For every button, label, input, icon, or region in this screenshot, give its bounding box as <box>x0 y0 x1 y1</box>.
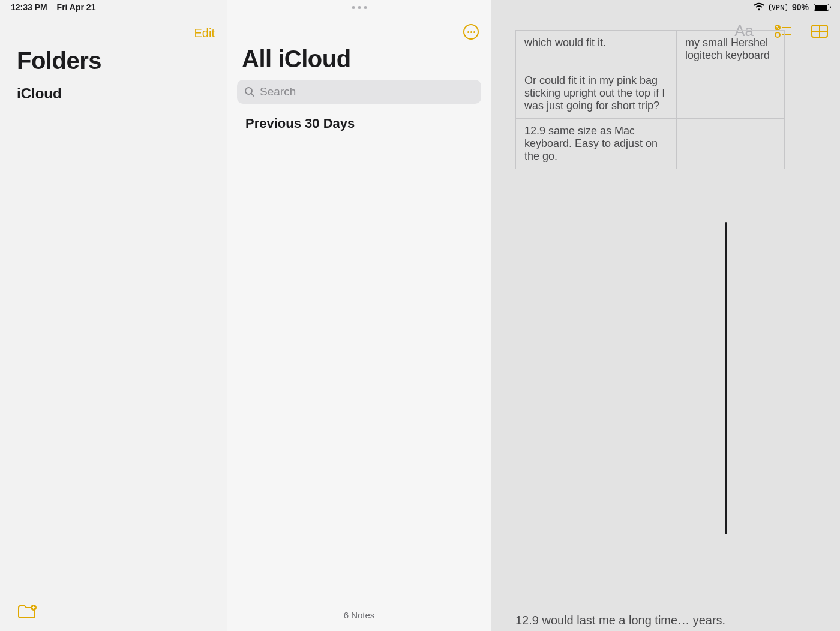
search-input[interactable]: Search <box>237 80 481 104</box>
notes-list-title: All iCloud <box>227 40 491 77</box>
table-cell[interactable] <box>677 68 785 119</box>
table-cell[interactable]: Or could fit it in my pink bag sticking … <box>516 68 677 119</box>
note-content-pane[interactable]: Aa which would fit it. my small Hershel … <box>491 0 840 631</box>
folders-title: Folders <box>0 40 227 78</box>
battery-icon <box>814 4 829 11</box>
new-folder-button[interactable] <box>17 603 37 620</box>
battery-pct: 90% <box>792 2 809 12</box>
svg-line-2 <box>251 94 254 96</box>
table-cell[interactable] <box>677 119 785 169</box>
table-cell[interactable]: which would fit it. <box>516 31 677 68</box>
notes-list-pane: All iCloud Search Previous 30 Days 6 Not… <box>227 0 491 631</box>
search-placeholder: Search <box>260 85 296 98</box>
note-text-line[interactable]: 12.9 would last me a long time… years. <box>515 614 725 627</box>
more-button[interactable] <box>463 24 479 40</box>
folders-pane: Edit Folders iCloud <box>0 0 227 631</box>
status-date: Fri Apr 21 <box>57 2 96 12</box>
note-table[interactable]: which would fit it. my small Hershel log… <box>515 30 785 169</box>
status-time: 12:33 PM <box>11 2 47 12</box>
status-bar: 12:33 PM Fri Apr 21 VPN 90% <box>0 0 840 14</box>
account-label: iCloud <box>0 78 227 104</box>
table-cell[interactable]: 12.9 same size as Mac keyboard. Easy to … <box>516 119 677 169</box>
handwritten-divider <box>725 222 727 534</box>
search-icon <box>244 86 255 97</box>
notes-count: 6 Notes <box>227 610 491 620</box>
table-cell[interactable]: my small Hershel logitech keyboard <box>677 31 785 68</box>
section-header: Previous 30 Days <box>227 110 491 135</box>
wifi-icon <box>754 2 764 13</box>
vpn-indicator: VPN <box>769 4 787 11</box>
edit-button[interactable]: Edit <box>194 26 215 40</box>
